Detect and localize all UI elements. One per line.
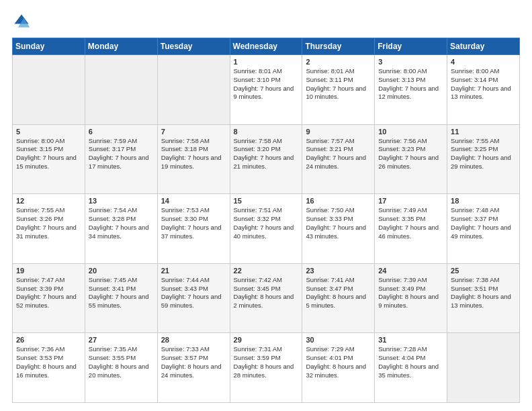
cell-info: Sunrise: 8:00 AMSunset: 3:14 PMDaylight:… — [451, 67, 516, 101]
calendar-cell: 21Sunrise: 7:44 AMSunset: 3:43 PMDayligh… — [157, 263, 230, 333]
day-number: 4 — [451, 58, 516, 66]
calendar-cell: 11Sunrise: 7:55 AMSunset: 3:25 PMDayligh… — [447, 124, 520, 194]
cell-info: Sunrise: 7:45 AMSunset: 3:41 PMDaylight:… — [89, 276, 154, 310]
cell-info: Sunrise: 7:44 AMSunset: 3:43 PMDaylight:… — [161, 276, 226, 310]
cell-info: Sunrise: 7:38 AMSunset: 3:51 PMDaylight:… — [451, 276, 516, 310]
week-row-3: 19Sunrise: 7:47 AMSunset: 3:39 PMDayligh… — [13, 263, 520, 333]
day-number: 22 — [234, 267, 299, 275]
day-number: 16 — [306, 197, 371, 205]
week-row-2: 12Sunrise: 7:55 AMSunset: 3:26 PMDayligh… — [13, 194, 520, 264]
calendar-cell: 2Sunrise: 8:01 AMSunset: 3:11 PMDaylight… — [302, 55, 375, 125]
day-number: 8 — [234, 128, 299, 136]
cell-info: Sunrise: 7:58 AMSunset: 3:18 PMDaylight:… — [161, 137, 226, 171]
weekday-header-row: SundayMondayTuesdayWednesdayThursdayFrid… — [13, 38, 520, 55]
day-number: 12 — [16, 197, 81, 205]
day-number: 25 — [451, 267, 516, 275]
weekday-header-wednesday: Wednesday — [230, 38, 302, 55]
calendar-cell: 15Sunrise: 7:51 AMSunset: 3:32 PMDayligh… — [230, 194, 302, 264]
calendar-cell: 30Sunrise: 7:29 AMSunset: 4:01 PMDayligh… — [302, 333, 375, 403]
calendar-table: SundayMondayTuesdayWednesdayThursdayFrid… — [12, 38, 520, 403]
cell-info: Sunrise: 7:50 AMSunset: 3:33 PMDaylight:… — [306, 206, 371, 240]
cell-info: Sunrise: 8:01 AMSunset: 3:11 PMDaylight:… — [306, 67, 371, 101]
weekday-header-sunday: Sunday — [13, 38, 85, 55]
day-number: 31 — [378, 336, 443, 344]
day-number: 28 — [161, 336, 226, 344]
day-number: 20 — [89, 267, 154, 275]
page: SundayMondayTuesdayWednesdayThursdayFrid… — [0, 0, 532, 411]
cell-info: Sunrise: 7:42 AMSunset: 3:45 PMDaylight:… — [234, 276, 299, 310]
cell-info: Sunrise: 7:35 AMSunset: 3:55 PMDaylight:… — [89, 345, 154, 379]
calendar-cell: 29Sunrise: 7:31 AMSunset: 3:59 PMDayligh… — [230, 333, 302, 403]
header — [12, 12, 520, 31]
cell-info: Sunrise: 7:31 AMSunset: 3:59 PMDaylight:… — [234, 345, 299, 379]
calendar-cell: 26Sunrise: 7:36 AMSunset: 3:53 PMDayligh… — [13, 333, 85, 403]
day-number: 1 — [234, 58, 299, 66]
calendar-cell: 17Sunrise: 7:49 AMSunset: 3:35 PMDayligh… — [375, 194, 447, 264]
week-row-4: 26Sunrise: 7:36 AMSunset: 3:53 PMDayligh… — [13, 333, 520, 403]
day-number: 29 — [234, 336, 299, 344]
day-number: 15 — [234, 197, 299, 205]
cell-info: Sunrise: 7:54 AMSunset: 3:28 PMDaylight:… — [89, 206, 154, 240]
day-number: 18 — [451, 197, 516, 205]
cell-info: Sunrise: 7:39 AMSunset: 3:49 PMDaylight:… — [378, 276, 443, 310]
cell-info: Sunrise: 8:00 AMSunset: 3:15 PMDaylight:… — [16, 137, 81, 171]
day-number: 21 — [161, 267, 226, 275]
day-number: 10 — [378, 128, 443, 136]
calendar-cell: 18Sunrise: 7:48 AMSunset: 3:37 PMDayligh… — [447, 194, 520, 264]
calendar-cell: 31Sunrise: 7:28 AMSunset: 4:04 PMDayligh… — [375, 333, 447, 403]
cell-info: Sunrise: 8:01 AMSunset: 3:10 PMDaylight:… — [234, 67, 299, 101]
weekday-header-tuesday: Tuesday — [157, 38, 230, 55]
calendar-cell: 25Sunrise: 7:38 AMSunset: 3:51 PMDayligh… — [447, 263, 520, 333]
cell-info: Sunrise: 8:00 AMSunset: 3:13 PMDaylight:… — [378, 67, 443, 101]
calendar-cell: 22Sunrise: 7:42 AMSunset: 3:45 PMDayligh… — [230, 263, 302, 333]
calendar-cell: 3Sunrise: 8:00 AMSunset: 3:13 PMDaylight… — [375, 55, 447, 125]
cell-info: Sunrise: 7:51 AMSunset: 3:32 PMDaylight:… — [234, 206, 299, 240]
cell-info: Sunrise: 7:58 AMSunset: 3:20 PMDaylight:… — [234, 137, 299, 171]
calendar-cell: 4Sunrise: 8:00 AMSunset: 3:14 PMDaylight… — [447, 55, 520, 125]
day-number: 13 — [89, 197, 154, 205]
week-row-1: 5Sunrise: 8:00 AMSunset: 3:15 PMDaylight… — [13, 124, 520, 194]
cell-info: Sunrise: 7:28 AMSunset: 4:04 PMDaylight:… — [378, 345, 443, 379]
calendar-cell: 9Sunrise: 7:57 AMSunset: 3:21 PMDaylight… — [302, 124, 375, 194]
day-number: 6 — [89, 128, 154, 136]
day-number: 2 — [306, 58, 371, 66]
cell-info: Sunrise: 7:48 AMSunset: 3:37 PMDaylight:… — [451, 206, 516, 240]
calendar-cell: 27Sunrise: 7:35 AMSunset: 3:55 PMDayligh… — [85, 333, 157, 403]
calendar-cell: 10Sunrise: 7:56 AMSunset: 3:23 PMDayligh… — [375, 124, 447, 194]
week-row-0: 1Sunrise: 8:01 AMSunset: 3:10 PMDaylight… — [13, 55, 520, 125]
cell-info: Sunrise: 7:56 AMSunset: 3:23 PMDaylight:… — [378, 137, 443, 171]
calendar-cell: 24Sunrise: 7:39 AMSunset: 3:49 PMDayligh… — [375, 263, 447, 333]
weekday-header-friday: Friday — [375, 38, 447, 55]
day-number: 3 — [378, 58, 443, 66]
cell-info: Sunrise: 7:57 AMSunset: 3:21 PMDaylight:… — [306, 137, 371, 171]
calendar-cell: 14Sunrise: 7:53 AMSunset: 3:30 PMDayligh… — [157, 194, 230, 264]
day-number: 30 — [306, 336, 371, 344]
weekday-header-thursday: Thursday — [302, 38, 375, 55]
day-number: 7 — [161, 128, 226, 136]
cell-info: Sunrise: 7:55 AMSunset: 3:26 PMDaylight:… — [16, 206, 81, 240]
cell-info: Sunrise: 7:36 AMSunset: 3:53 PMDaylight:… — [16, 345, 81, 379]
calendar-cell: 12Sunrise: 7:55 AMSunset: 3:26 PMDayligh… — [13, 194, 85, 264]
calendar-cell: 28Sunrise: 7:33 AMSunset: 3:57 PMDayligh… — [157, 333, 230, 403]
calendar-cell: 1Sunrise: 8:01 AMSunset: 3:10 PMDaylight… — [230, 55, 302, 125]
calendar-cell: 19Sunrise: 7:47 AMSunset: 3:39 PMDayligh… — [13, 263, 85, 333]
calendar-cell: 16Sunrise: 7:50 AMSunset: 3:33 PMDayligh… — [302, 194, 375, 264]
day-number: 24 — [378, 267, 443, 275]
day-number: 5 — [16, 128, 81, 136]
cell-info: Sunrise: 7:49 AMSunset: 3:35 PMDaylight:… — [378, 206, 443, 240]
weekday-header-monday: Monday — [85, 38, 157, 55]
day-number: 9 — [306, 128, 371, 136]
calendar-cell: 13Sunrise: 7:54 AMSunset: 3:28 PMDayligh… — [85, 194, 157, 264]
cell-info: Sunrise: 7:41 AMSunset: 3:47 PMDaylight:… — [306, 276, 371, 310]
calendar-cell: 23Sunrise: 7:41 AMSunset: 3:47 PMDayligh… — [302, 263, 375, 333]
calendar-cell — [13, 55, 85, 125]
calendar-cell: 8Sunrise: 7:58 AMSunset: 3:20 PMDaylight… — [230, 124, 302, 194]
logo — [12, 12, 34, 31]
logo-icon — [12, 12, 31, 31]
cell-info: Sunrise: 7:59 AMSunset: 3:17 PMDaylight:… — [89, 137, 154, 171]
cell-info: Sunrise: 7:55 AMSunset: 3:25 PMDaylight:… — [451, 137, 516, 171]
day-number: 14 — [161, 197, 226, 205]
calendar-cell: 20Sunrise: 7:45 AMSunset: 3:41 PMDayligh… — [85, 263, 157, 333]
calendar-cell — [447, 333, 520, 403]
calendar-cell — [157, 55, 230, 125]
